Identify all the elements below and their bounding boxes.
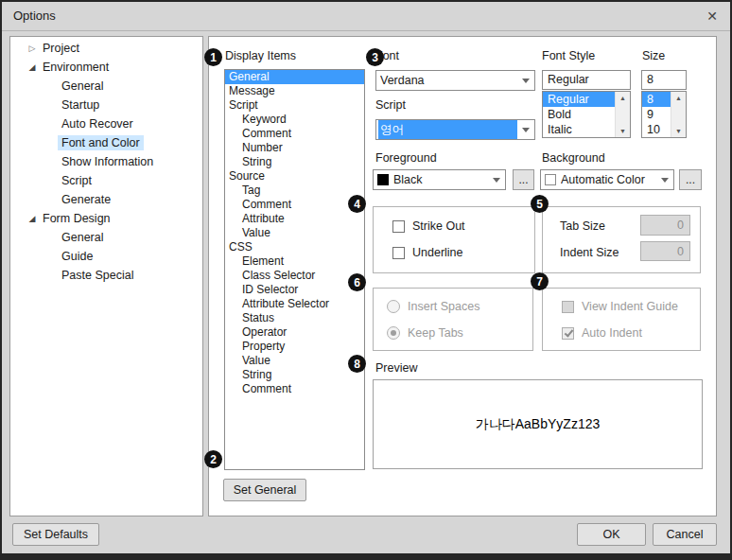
font-style-option-label: Italic bbox=[548, 123, 572, 136]
display-item-label: Property bbox=[242, 340, 285, 353]
display-item[interactable]: Attribute bbox=[225, 212, 364, 226]
tree-item-label: Script bbox=[58, 173, 96, 188]
effects-group: Strike Out Underline bbox=[373, 206, 535, 273]
display-item[interactable]: Source bbox=[225, 169, 364, 184]
display-item[interactable]: Property bbox=[225, 340, 364, 354]
tree-item[interactable]: Script bbox=[10, 171, 202, 190]
font-style-option[interactable]: Bold bbox=[543, 107, 616, 122]
preview-label: Preview bbox=[375, 361, 417, 376]
display-item-label: Keyword bbox=[242, 113, 287, 126]
scrollbar[interactable]: ▲ ▼ bbox=[671, 92, 686, 137]
display-item[interactable]: Operator bbox=[225, 325, 364, 340]
font-style-input[interactable]: Regular bbox=[542, 70, 631, 90]
set-defaults-button[interactable]: Set Defaults bbox=[12, 523, 99, 546]
tree-item[interactable]: ▷ Project bbox=[10, 39, 202, 58]
display-item[interactable]: CSS bbox=[225, 240, 364, 254]
underline-checkbox[interactable] bbox=[392, 247, 405, 259]
display-item[interactable]: String bbox=[225, 368, 364, 382]
scroll-down-icon[interactable]: ▼ bbox=[616, 125, 630, 137]
font-style-option-label: Bold bbox=[548, 108, 571, 121]
scroll-up-icon[interactable]: ▲ bbox=[616, 92, 630, 104]
tree-item-label: Environment bbox=[39, 60, 113, 75]
options-dialog: Options ✕ ▷ Project ◢ Environment Genera… bbox=[2, 2, 730, 553]
display-items-label: Display Items bbox=[225, 49, 296, 63]
chevron-down-icon bbox=[488, 178, 505, 183]
display-item-label: String bbox=[242, 368, 271, 381]
tree-item[interactable]: Guide bbox=[10, 247, 202, 266]
tree-item[interactable]: Paste Special bbox=[10, 266, 202, 285]
tree-item[interactable]: ◢ Environment bbox=[10, 58, 202, 77]
tab-size-field[interactable]: 0 bbox=[640, 215, 690, 236]
display-item[interactable]: String bbox=[225, 155, 364, 169]
tree-expander-icon[interactable]: ◢ bbox=[26, 214, 39, 223]
tree-item[interactable]: Font and Color bbox=[10, 133, 202, 152]
tree-item[interactable]: General bbox=[10, 77, 202, 96]
display-item[interactable]: Attribute Selector bbox=[225, 297, 364, 311]
display-item[interactable]: Comment bbox=[225, 127, 364, 141]
size-input[interactable]: 8 bbox=[641, 70, 687, 90]
display-item-label: Comment bbox=[242, 382, 291, 395]
tree-item[interactable]: Show Information bbox=[10, 152, 202, 171]
close-icon[interactable]: ✕ bbox=[698, 2, 726, 30]
size-option[interactable]: 10 bbox=[642, 122, 671, 137]
script-select[interactable]: 영어 bbox=[375, 119, 535, 140]
display-item[interactable]: Tag bbox=[225, 184, 364, 198]
font-style-option[interactable]: Regular bbox=[543, 92, 616, 107]
display-item[interactable]: Message bbox=[225, 84, 364, 98]
scroll-down-icon[interactable]: ▼ bbox=[671, 125, 686, 137]
auto-indent-label: Auto Indent bbox=[582, 326, 642, 340]
tree-item-label: Show Information bbox=[58, 154, 157, 169]
display-item-label: General bbox=[229, 70, 270, 83]
tree-item[interactable]: General bbox=[10, 228, 202, 247]
display-item[interactable]: Status bbox=[225, 311, 364, 325]
font-style-option[interactable]: Italic bbox=[543, 122, 616, 137]
display-item[interactable]: General bbox=[225, 70, 364, 84]
view-indent-guide-checkbox[interactable] bbox=[562, 301, 574, 313]
tree-expander-icon[interactable]: ▷ bbox=[26, 44, 39, 53]
size-option[interactable]: 9 bbox=[642, 107, 671, 122]
display-item-label: Number bbox=[242, 141, 283, 154]
annotation-badge-5: 5 bbox=[531, 195, 549, 213]
background-swatch bbox=[545, 174, 556, 185]
display-item[interactable]: Value bbox=[225, 226, 364, 240]
scroll-up-icon[interactable]: ▲ bbox=[671, 92, 686, 104]
display-item[interactable]: Script bbox=[225, 98, 364, 113]
display-item[interactable]: ID Selector bbox=[225, 283, 364, 297]
foreground-more-button[interactable]: ... bbox=[513, 169, 534, 190]
cancel-button[interactable]: Cancel bbox=[653, 523, 717, 546]
size-option[interactable]: 8 bbox=[642, 92, 671, 107]
insert-spaces-radio[interactable] bbox=[387, 300, 400, 313]
background-color-select[interactable]: Automatic Color bbox=[540, 169, 674, 190]
font-family-select[interactable]: Verdana bbox=[375, 70, 535, 91]
display-item[interactable]: Comment bbox=[225, 198, 364, 212]
tree-item[interactable]: Startup bbox=[10, 96, 202, 114]
display-item-label: Class Selector bbox=[242, 269, 315, 282]
display-item[interactable]: Value bbox=[225, 354, 364, 368]
strike-out-checkbox[interactable] bbox=[392, 220, 405, 233]
background-more-button[interactable]: ... bbox=[679, 169, 702, 190]
tree-item-label: Font and Color bbox=[58, 135, 144, 150]
display-item[interactable]: Comment bbox=[225, 382, 364, 396]
size-list[interactable]: 8 9 10 ▲ ▼ bbox=[641, 91, 687, 138]
tree-expander-icon[interactable]: ◢ bbox=[26, 62, 39, 72]
foreground-color-select[interactable]: Black bbox=[373, 169, 506, 190]
display-item[interactable]: Keyword bbox=[225, 113, 364, 127]
font-style-list[interactable]: Regular Bold Italic ▲ ▼ bbox=[542, 91, 631, 138]
indent-size-field[interactable]: 0 bbox=[640, 241, 690, 261]
underline-label: Underline bbox=[412, 246, 463, 259]
auto-indent-checkbox[interactable] bbox=[562, 327, 574, 340]
annotation-badge-6: 6 bbox=[348, 273, 366, 291]
title-bar[interactable]: Options ✕ bbox=[2, 2, 730, 31]
set-general-button[interactable]: Set General bbox=[223, 479, 306, 501]
tree-item[interactable]: Auto Recover bbox=[10, 114, 202, 133]
display-item[interactable]: Number bbox=[225, 141, 364, 155]
keep-tabs-radio[interactable] bbox=[387, 326, 400, 340]
font-family-value: Verdana bbox=[380, 72, 517, 89]
ok-button[interactable]: OK bbox=[577, 523, 646, 546]
display-item[interactable]: Element bbox=[225, 254, 364, 269]
tree-item[interactable]: ◢ Form Design bbox=[10, 209, 202, 228]
display-item[interactable]: Class Selector bbox=[225, 269, 364, 283]
scrollbar[interactable]: ▲ ▼ bbox=[615, 92, 630, 137]
tree-item[interactable]: Generate bbox=[10, 190, 202, 209]
display-items-list[interactable]: General Message Script Keyword Comment N… bbox=[224, 69, 365, 470]
